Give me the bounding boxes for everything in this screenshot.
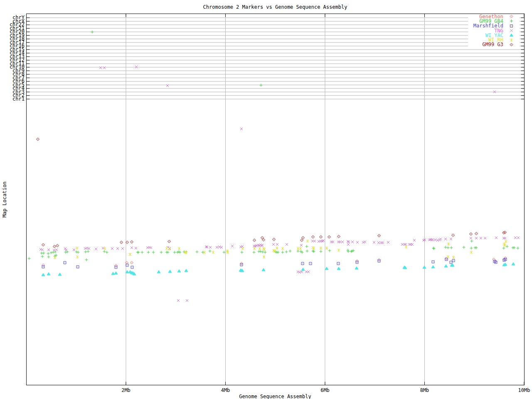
series-genethon — [42, 257, 507, 267]
legend-marker-icon — [509, 42, 514, 47]
legend: GenethonGM99 GB4MarshfieldTNGWI YACWI RH… — [468, 14, 520, 47]
y-axis-label: Map Location — [2, 182, 7, 218]
legend-item-gm99-g3: GM99 G3 — [468, 42, 520, 47]
x-tick-label: 2Mb — [121, 387, 131, 393]
legend-item-marshfield: Marshfield — [468, 24, 520, 28]
chart-screenshot: Chromosome 2 Markers vs Genome Sequence … — [0, 0, 532, 399]
legend-marker-icon — [509, 38, 514, 42]
series-marshfield — [42, 258, 507, 268]
x-tick-label: 6Mb — [320, 387, 330, 393]
legend-label: GM99 G3 — [482, 42, 503, 47]
plot-border — [27, 14, 525, 385]
x-tick-label: 10Mb — [518, 387, 530, 393]
chart-title: Chromosome 2 Markers vs Genome Sequence … — [203, 4, 347, 10]
series-gm99-g3 — [37, 138, 507, 248]
x-axis-label: Genome Sequence Assembly — [239, 394, 311, 399]
series-wi-yac — [42, 263, 515, 276]
x-tick-label: 8Mb — [420, 387, 429, 393]
y-tick-label: chr1 — [12, 97, 25, 101]
scatter-plot-canvas — [0, 0, 532, 399]
legend-marker-icon — [509, 24, 514, 28]
x-tick-label: 4Mb — [221, 387, 230, 393]
legend-marker-icon — [509, 19, 514, 23]
legend-marker-icon — [509, 33, 514, 37]
series-gm99-gb4 — [28, 31, 520, 261]
legend-marker-icon — [509, 14, 514, 19]
legend-marker-icon — [509, 28, 514, 33]
series-tng — [39, 66, 520, 302]
